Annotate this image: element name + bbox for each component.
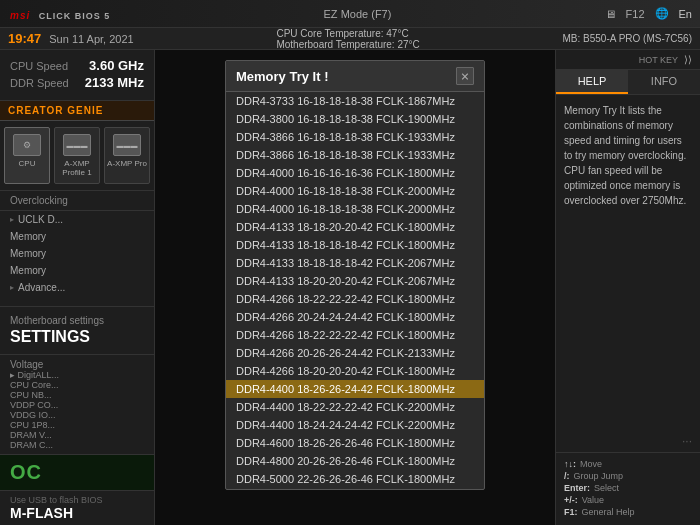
xmp2-icon: ▬▬▬ bbox=[113, 134, 141, 156]
temp-section: CPU Core Temperature: 47°C Motherboard T… bbox=[276, 28, 419, 50]
help-tabs: HELP INFO bbox=[556, 70, 700, 95]
memory-try-it-modal: Memory Try It ! × DDR4-3733 16-18-18-18-… bbox=[225, 60, 485, 490]
memory-item[interactable]: DDR4-4266 20-26-26-24-42 FCLK-2133MHz bbox=[226, 344, 484, 362]
creator-genie: CREATOR GENIE bbox=[0, 101, 154, 121]
control-help: F1: General Help bbox=[564, 507, 692, 517]
mb-section: MB: B550-A PRO (MS-7C56) bbox=[563, 33, 692, 44]
modal-header: Memory Try It ! × bbox=[226, 61, 484, 92]
sidebar-items: ▸ UCLK D... Memory Memory Memory ▸ Advan… bbox=[0, 211, 154, 306]
sidebar-item-memory-1[interactable]: Memory bbox=[0, 228, 154, 245]
overclocking-label: Overclocking bbox=[0, 191, 154, 211]
memory-item[interactable]: DDR4-4266 18-20-20-20-42 FCLK-1800MHz bbox=[226, 362, 484, 380]
main-content: CPU Speed 3.60 GHz DDR Speed 2133 MHz CR… bbox=[0, 50, 700, 525]
hotkey-section: HOT KEY ⟩⟩ bbox=[556, 50, 700, 70]
cpu-speed-row: CPU Speed 3.60 GHz bbox=[10, 58, 144, 73]
memory-item[interactable]: DDR4-4400 18-24-24-24-42 FCLK-2200MHz bbox=[226, 416, 484, 434]
scroll-indicator: ··· bbox=[556, 430, 700, 452]
memory-item[interactable]: DDR4-4800 20-26-26-26-46 FCLK-1800MHz bbox=[226, 452, 484, 470]
memory-item[interactable]: DDR4-4266 18-22-22-22-42 FCLK-1800MHz bbox=[226, 290, 484, 308]
memory-item[interactable]: DDR4-4000 16-18-18-18-38 FCLK-2000MHz bbox=[226, 200, 484, 218]
control-group-jump: /: Group Jump bbox=[564, 471, 692, 481]
time-display: 19:47 bbox=[8, 31, 41, 46]
top-bar: msi CLICK BIOS 5 EZ Mode (F7) 🖥 F12 🌐 En bbox=[0, 0, 700, 28]
lang-icon: 🌐 bbox=[655, 7, 669, 20]
memory-item[interactable]: DDR4-4400 18-26-26-24-42 FCLK-1800MHz bbox=[226, 380, 484, 398]
memory-item[interactable]: DDR4-4600 18-26-26-26-46 FCLK-1800MHz bbox=[226, 434, 484, 452]
memory-item[interactable]: DDR4-3800 16-18-18-18-38 FCLK-1900MHz bbox=[226, 110, 484, 128]
help-content: Memory Try It lists the combinations of … bbox=[556, 95, 700, 430]
modal-overlay: Memory Try It ! × DDR4-3733 16-18-18-18-… bbox=[155, 50, 555, 525]
speed-section: CPU Speed 3.60 GHz DDR Speed 2133 MHz bbox=[0, 50, 154, 101]
memory-item[interactable]: DDR4-3866 16-18-18-18-38 FCLK-1933MHz bbox=[226, 146, 484, 164]
settings-section: Motherboard settings SETTINGS bbox=[0, 306, 154, 355]
left-sidebar: CPU Speed 3.60 GHz DDR Speed 2133 MHz CR… bbox=[0, 50, 155, 525]
modal-title: Memory Try It ! bbox=[236, 69, 328, 84]
top-bar-right: 🖥 F12 🌐 En bbox=[605, 7, 692, 20]
memory-item[interactable]: DDR4-4266 20-24-24-24-42 FCLK-1800MHz bbox=[226, 308, 484, 326]
memory-item[interactable]: DDR4-4400 18-22-22-22-42 FCLK-2200MHz bbox=[226, 398, 484, 416]
profile-icons: ⚙ CPU ▬▬▬ A-XMP Profile 1 ▬▬▬ A-XMP Pro bbox=[0, 121, 154, 191]
ez-mode-label: EZ Mode (F7) bbox=[324, 8, 392, 20]
profile-cpu[interactable]: ⚙ CPU bbox=[4, 127, 50, 184]
memory-item[interactable]: DDR4-4000 16-16-16-16-36 FCLK-1800MHz bbox=[226, 164, 484, 182]
xmp1-icon: ▬▬▬ bbox=[63, 134, 91, 156]
mflash-section: Use USB to flash BIOS M-FLASH bbox=[0, 490, 154, 525]
ddr-speed-row: DDR Speed 2133 MHz bbox=[10, 75, 144, 90]
sidebar-item-advance[interactable]: ▸ Advance... bbox=[0, 279, 154, 296]
memory-item[interactable]: DDR4-3733 16-18-18-18-38 FCLK-1867MHz bbox=[226, 92, 484, 110]
msi-logo: msi CLICK BIOS 5 bbox=[8, 5, 110, 23]
memory-item[interactable]: DDR4-3866 16-18-18-18-38 FCLK-1933MHz bbox=[226, 128, 484, 146]
time-section: 19:47 Sun 11 Apr, 2021 bbox=[8, 31, 134, 46]
profile-xmp1[interactable]: ▬▬▬ A-XMP Profile 1 bbox=[54, 127, 100, 184]
voltage-section: Voltage ▸ DigitALL... CPU Core... CPU NB… bbox=[0, 355, 154, 454]
monitor-icon: 🖥 bbox=[605, 8, 616, 20]
modal-close-button[interactable]: × bbox=[456, 67, 474, 85]
memory-item[interactable]: DDR4-4000 16-18-18-18-38 FCLK-2000MHz bbox=[226, 182, 484, 200]
memory-item[interactable]: DDR4-4133 18-18-20-20-42 FCLK-1800MHz bbox=[226, 218, 484, 236]
modal-body[interactable]: DDR4-3733 16-18-18-18-38 FCLK-1867MHzDDR… bbox=[226, 92, 484, 489]
memory-item[interactable]: DDR4-4133 18-20-20-20-42 FCLK-2067MHz bbox=[226, 272, 484, 290]
info-bar: 19:47 Sun 11 Apr, 2021 CPU Core Temperat… bbox=[0, 28, 700, 50]
center-area: Memory Try It ! × DDR4-3733 16-18-18-18-… bbox=[155, 50, 555, 525]
control-value: +/-: Value bbox=[564, 495, 692, 505]
control-enter: Enter: Select bbox=[564, 483, 692, 493]
sidebar-item-memory-3[interactable]: Memory bbox=[0, 262, 154, 279]
cpu-icon: ⚙ bbox=[13, 134, 41, 156]
date-display: Sun 11 Apr, 2021 bbox=[49, 33, 133, 45]
sidebar-item-uclk[interactable]: ▸ UCLK D... bbox=[0, 211, 154, 228]
controls-section: ↑↓: Move /: Group Jump Enter: Select +/-… bbox=[556, 452, 700, 525]
memory-item[interactable]: DDR4-4133 18-18-18-18-42 FCLK-1800MHz bbox=[226, 236, 484, 254]
memory-item[interactable]: DDR4-5000 22-26-26-26-46 FCLK-1800MHz bbox=[226, 470, 484, 488]
memory-item[interactable]: DDR4-4133 18-18-18-18-42 FCLK-2067MHz bbox=[226, 254, 484, 272]
profile-xmp2[interactable]: ▬▬▬ A-XMP Pro bbox=[104, 127, 150, 184]
sidebar-item-memory-2[interactable]: Memory bbox=[0, 245, 154, 262]
control-move: ↑↓: Move bbox=[564, 459, 692, 469]
right-panel: HOT KEY ⟩⟩ HELP INFO Memory Try It lists… bbox=[555, 50, 700, 525]
tab-info[interactable]: INFO bbox=[628, 70, 700, 94]
memory-item[interactable]: DDR4-5100 22-26-26-26-46 FCLK-1800MHz bbox=[226, 488, 484, 489]
tab-help[interactable]: HELP bbox=[556, 70, 628, 94]
oc-section[interactable]: OC bbox=[0, 454, 154, 490]
memory-item[interactable]: DDR4-4266 18-22-22-22-42 FCLK-1800MHz bbox=[226, 326, 484, 344]
